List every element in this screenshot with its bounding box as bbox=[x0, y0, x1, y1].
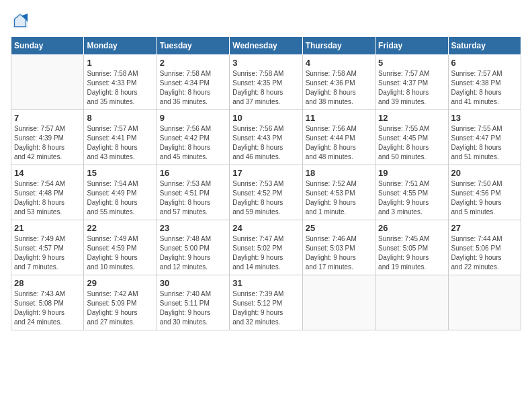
day-number: 8 bbox=[87, 113, 153, 123]
day-cell: 27Sunrise: 7:44 AM Sunset: 5:06 PM Dayli… bbox=[448, 220, 521, 275]
day-info: Sunrise: 7:58 AM Sunset: 4:33 PM Dayligh… bbox=[87, 69, 153, 107]
day-cell: 21Sunrise: 7:49 AM Sunset: 4:57 PM Dayli… bbox=[11, 220, 84, 275]
day-info: Sunrise: 7:53 AM Sunset: 4:52 PM Dayligh… bbox=[232, 179, 299, 217]
day-number: 25 bbox=[306, 223, 372, 233]
day-cell: 29Sunrise: 7:42 AM Sunset: 5:09 PM Dayli… bbox=[84, 275, 157, 330]
day-info: Sunrise: 7:44 AM Sunset: 5:06 PM Dayligh… bbox=[451, 234, 518, 272]
day-info: Sunrise: 7:49 AM Sunset: 4:57 PM Dayligh… bbox=[14, 234, 81, 272]
weekday-header-friday: Friday bbox=[375, 37, 448, 55]
day-cell: 28Sunrise: 7:43 AM Sunset: 5:08 PM Dayli… bbox=[11, 275, 84, 330]
week-row-4: 21Sunrise: 7:49 AM Sunset: 4:57 PM Dayli… bbox=[11, 220, 521, 275]
day-cell: 23Sunrise: 7:48 AM Sunset: 5:00 PM Dayli… bbox=[157, 220, 229, 275]
day-number: 4 bbox=[306, 58, 372, 68]
day-number: 19 bbox=[378, 168, 445, 178]
day-cell: 5Sunrise: 7:57 AM Sunset: 4:37 PM Daylig… bbox=[375, 55, 448, 110]
day-cell: 31Sunrise: 7:39 AM Sunset: 5:12 PM Dayli… bbox=[230, 275, 302, 330]
day-cell bbox=[448, 275, 521, 330]
day-number: 14 bbox=[14, 168, 81, 178]
day-number: 7 bbox=[14, 113, 81, 123]
day-cell bbox=[11, 55, 84, 110]
logo bbox=[11, 11, 32, 30]
day-number: 15 bbox=[87, 168, 153, 178]
day-number: 1 bbox=[87, 58, 153, 68]
day-info: Sunrise: 7:55 AM Sunset: 4:47 PM Dayligh… bbox=[451, 124, 518, 162]
week-row-5: 28Sunrise: 7:43 AM Sunset: 5:08 PM Dayli… bbox=[11, 275, 521, 330]
day-cell: 9Sunrise: 7:56 AM Sunset: 4:42 PM Daylig… bbox=[157, 110, 229, 165]
day-cell: 15Sunrise: 7:54 AM Sunset: 4:49 PM Dayli… bbox=[84, 165, 157, 220]
weekday-header-wednesday: Wednesday bbox=[230, 37, 302, 55]
day-cell: 12Sunrise: 7:55 AM Sunset: 4:45 PM Dayli… bbox=[375, 110, 448, 165]
day-info: Sunrise: 7:55 AM Sunset: 4:45 PM Dayligh… bbox=[378, 124, 445, 162]
day-number: 16 bbox=[160, 168, 226, 178]
day-cell bbox=[375, 275, 448, 330]
day-info: Sunrise: 7:56 AM Sunset: 4:44 PM Dayligh… bbox=[306, 124, 372, 162]
day-info: Sunrise: 7:48 AM Sunset: 5:00 PM Dayligh… bbox=[160, 234, 226, 272]
day-number: 3 bbox=[232, 58, 299, 68]
day-number: 26 bbox=[378, 223, 445, 233]
day-number: 23 bbox=[160, 223, 226, 233]
day-info: Sunrise: 7:58 AM Sunset: 4:34 PM Dayligh… bbox=[160, 69, 226, 107]
day-cell: 2Sunrise: 7:58 AM Sunset: 4:34 PM Daylig… bbox=[157, 55, 229, 110]
day-cell: 18Sunrise: 7:52 AM Sunset: 4:53 PM Dayli… bbox=[302, 165, 375, 220]
day-cell: 19Sunrise: 7:51 AM Sunset: 4:55 PM Dayli… bbox=[375, 165, 448, 220]
day-info: Sunrise: 7:57 AM Sunset: 4:37 PM Dayligh… bbox=[378, 69, 445, 107]
day-number: 29 bbox=[87, 278, 153, 288]
day-cell bbox=[302, 275, 375, 330]
day-info: Sunrise: 7:56 AM Sunset: 4:42 PM Dayligh… bbox=[160, 124, 226, 162]
day-number: 31 bbox=[232, 278, 299, 288]
day-cell: 4Sunrise: 7:58 AM Sunset: 4:36 PM Daylig… bbox=[302, 55, 375, 110]
day-number: 18 bbox=[306, 168, 372, 178]
day-info: Sunrise: 7:40 AM Sunset: 5:11 PM Dayligh… bbox=[160, 289, 226, 327]
day-info: Sunrise: 7:58 AM Sunset: 4:35 PM Dayligh… bbox=[232, 69, 299, 107]
day-info: Sunrise: 7:53 AM Sunset: 4:51 PM Dayligh… bbox=[160, 179, 226, 217]
week-row-1: 1Sunrise: 7:58 AM Sunset: 4:33 PM Daylig… bbox=[11, 55, 521, 110]
day-number: 12 bbox=[378, 113, 445, 123]
day-number: 28 bbox=[14, 278, 81, 288]
day-cell: 6Sunrise: 7:57 AM Sunset: 4:38 PM Daylig… bbox=[448, 55, 521, 110]
day-cell: 25Sunrise: 7:46 AM Sunset: 5:03 PM Dayli… bbox=[302, 220, 375, 275]
logo-icon bbox=[11, 11, 30, 30]
weekday-header-sunday: Sunday bbox=[11, 37, 84, 55]
day-info: Sunrise: 7:56 AM Sunset: 4:43 PM Dayligh… bbox=[232, 124, 299, 162]
day-number: 2 bbox=[160, 58, 226, 68]
day-info: Sunrise: 7:49 AM Sunset: 4:59 PM Dayligh… bbox=[87, 234, 153, 272]
week-row-2: 7Sunrise: 7:57 AM Sunset: 4:39 PM Daylig… bbox=[11, 110, 521, 165]
day-info: Sunrise: 7:45 AM Sunset: 5:05 PM Dayligh… bbox=[378, 234, 445, 272]
day-number: 11 bbox=[306, 113, 372, 123]
day-number: 5 bbox=[378, 58, 445, 68]
day-cell: 8Sunrise: 7:57 AM Sunset: 4:41 PM Daylig… bbox=[84, 110, 157, 165]
day-cell: 11Sunrise: 7:56 AM Sunset: 4:44 PM Dayli… bbox=[302, 110, 375, 165]
day-info: Sunrise: 7:51 AM Sunset: 4:55 PM Dayligh… bbox=[378, 179, 445, 217]
day-cell: 26Sunrise: 7:45 AM Sunset: 5:05 PM Dayli… bbox=[375, 220, 448, 275]
day-cell: 10Sunrise: 7:56 AM Sunset: 4:43 PM Dayli… bbox=[230, 110, 302, 165]
day-cell: 30Sunrise: 7:40 AM Sunset: 5:11 PM Dayli… bbox=[157, 275, 229, 330]
weekday-header-tuesday: Tuesday bbox=[157, 37, 229, 55]
day-info: Sunrise: 7:47 AM Sunset: 5:02 PM Dayligh… bbox=[232, 234, 299, 272]
day-cell: 17Sunrise: 7:53 AM Sunset: 4:52 PM Dayli… bbox=[230, 165, 302, 220]
day-info: Sunrise: 7:54 AM Sunset: 4:49 PM Dayligh… bbox=[87, 179, 153, 217]
day-number: 17 bbox=[232, 168, 299, 178]
day-cell: 22Sunrise: 7:49 AM Sunset: 4:59 PM Dayli… bbox=[84, 220, 157, 275]
day-cell: 16Sunrise: 7:53 AM Sunset: 4:51 PM Dayli… bbox=[157, 165, 229, 220]
day-number: 30 bbox=[160, 278, 226, 288]
day-number: 9 bbox=[160, 113, 226, 123]
day-info: Sunrise: 7:46 AM Sunset: 5:03 PM Dayligh… bbox=[306, 234, 372, 272]
day-info: Sunrise: 7:42 AM Sunset: 5:09 PM Dayligh… bbox=[87, 289, 153, 327]
weekday-header-saturday: Saturday bbox=[448, 37, 521, 55]
weekday-header-thursday: Thursday bbox=[302, 37, 375, 55]
day-cell: 24Sunrise: 7:47 AM Sunset: 5:02 PM Dayli… bbox=[230, 220, 302, 275]
day-number: 21 bbox=[14, 223, 81, 233]
day-info: Sunrise: 7:58 AM Sunset: 4:36 PM Dayligh… bbox=[306, 69, 372, 107]
header bbox=[11, 11, 521, 30]
day-cell: 1Sunrise: 7:58 AM Sunset: 4:33 PM Daylig… bbox=[84, 55, 157, 110]
day-info: Sunrise: 7:39 AM Sunset: 5:12 PM Dayligh… bbox=[232, 289, 299, 327]
day-cell: 20Sunrise: 7:50 AM Sunset: 4:56 PM Dayli… bbox=[448, 165, 521, 220]
day-info: Sunrise: 7:43 AM Sunset: 5:08 PM Dayligh… bbox=[14, 289, 81, 327]
weekday-header-row: SundayMondayTuesdayWednesdayThursdayFrid… bbox=[11, 37, 521, 55]
day-number: 6 bbox=[451, 58, 518, 68]
day-cell: 14Sunrise: 7:54 AM Sunset: 4:48 PM Dayli… bbox=[11, 165, 84, 220]
day-info: Sunrise: 7:57 AM Sunset: 4:38 PM Dayligh… bbox=[451, 69, 518, 107]
day-cell: 7Sunrise: 7:57 AM Sunset: 4:39 PM Daylig… bbox=[11, 110, 84, 165]
day-info: Sunrise: 7:57 AM Sunset: 4:39 PM Dayligh… bbox=[14, 124, 81, 162]
calendar-table: SundayMondayTuesdayWednesdayThursdayFrid… bbox=[11, 36, 521, 330]
